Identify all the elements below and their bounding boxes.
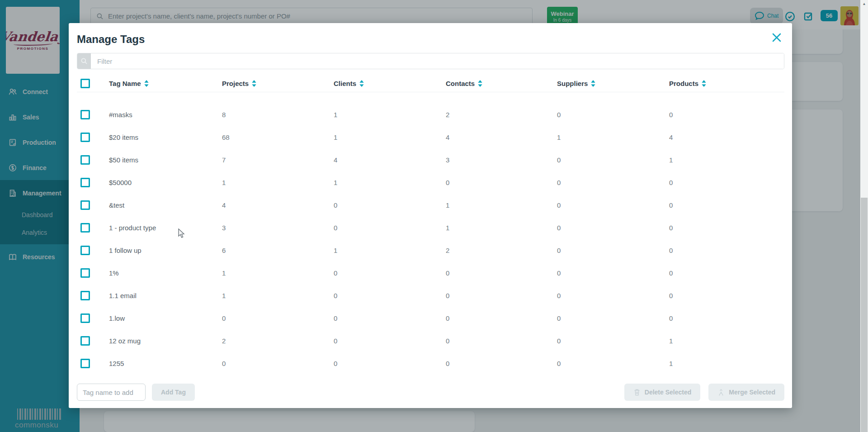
column-header[interactable]: Projects [222, 80, 334, 87]
row-checkbox[interactable] [80, 291, 90, 300]
row-checkbox[interactable] [80, 200, 90, 210]
sort-icon [702, 80, 706, 87]
projects-cell: 6 [222, 247, 334, 254]
tag-name-cell: $50 items [109, 156, 222, 164]
page-scrollbar: ▲ [860, 0, 868, 432]
tag-name-cell: 1 follow up [109, 247, 222, 254]
suppliers-cell: 0 [557, 360, 669, 367]
merge-icon [717, 389, 725, 396]
tag-row: 1255 0 0 0 0 1 [77, 352, 784, 375]
products-cell: 1 [669, 337, 784, 345]
products-cell: 0 [669, 201, 784, 209]
projects-cell: 0 [222, 314, 334, 322]
contacts-cell: 0 [446, 269, 557, 277]
row-checkbox[interactable] [80, 110, 90, 119]
column-label: Suppliers [557, 80, 588, 87]
clients-cell: 1 [334, 247, 446, 254]
table-header: Tag Name Projects Clients Contacts Suppl… [77, 75, 784, 92]
add-tag-button[interactable]: Add Tag [152, 384, 195, 401]
add-tag-label: Add Tag [161, 389, 186, 396]
sort-icon [359, 80, 364, 87]
products-cell: 1 [669, 360, 784, 367]
products-cell: 0 [669, 269, 784, 277]
tag-row: #masks 8 1 2 0 0 [77, 103, 784, 126]
add-tag-input[interactable] [77, 384, 146, 401]
clients-cell: 0 [334, 201, 446, 209]
column-header[interactable]: Contacts [446, 80, 557, 87]
products-cell: 0 [669, 314, 784, 322]
clients-cell: 1 [334, 111, 446, 119]
projects-cell: 4 [222, 201, 334, 209]
delete-selected-button[interactable]: Delete Selected [624, 384, 701, 401]
scrollbar-up-arrow[interactable]: ▲ [860, 2, 868, 6]
close-icon[interactable] [771, 32, 782, 43]
tag-row: $20 items 68 1 4 1 4 [77, 126, 784, 148]
contacts-cell: 1 [446, 224, 557, 232]
contacts-cell: 0 [446, 360, 557, 367]
column-header[interactable]: Products [669, 80, 784, 87]
merge-selected-button[interactable]: Merge Selected [708, 384, 784, 401]
projects-cell: 3 [222, 224, 334, 232]
column-header[interactable]: Tag Name [109, 80, 222, 87]
column-label: Contacts [446, 80, 475, 87]
column-header[interactable]: Suppliers [557, 80, 669, 87]
tag-row: &test 4 0 1 0 0 [77, 194, 784, 216]
sort-icon [144, 80, 149, 87]
contacts-cell: 1 [446, 201, 557, 209]
products-cell: 0 [669, 292, 784, 299]
column-label: Products [669, 80, 698, 87]
select-all-checkbox[interactable] [80, 79, 90, 88]
suppliers-cell: 0 [557, 201, 669, 209]
trash-icon [633, 389, 641, 396]
tag-row: 1.1 email 1 0 0 0 0 [77, 284, 784, 307]
row-checkbox[interactable] [80, 268, 90, 278]
clients-cell: 0 [334, 292, 446, 299]
tag-name-cell: &test [109, 201, 222, 209]
tag-name-cell: $20 items [109, 133, 222, 141]
contacts-cell: 0 [446, 179, 557, 186]
projects-cell: 2 [222, 337, 334, 345]
clients-cell: 0 [334, 224, 446, 232]
products-cell: 1 [669, 156, 784, 164]
tag-name-cell: #masks [109, 111, 222, 119]
row-checkbox[interactable] [80, 223, 90, 233]
row-checkbox[interactable] [80, 313, 90, 323]
products-cell: 4 [669, 133, 784, 141]
contacts-cell: 0 [446, 292, 557, 299]
suppliers-cell: 0 [557, 269, 669, 277]
products-cell: 0 [669, 179, 784, 186]
row-checkbox[interactable] [80, 336, 90, 346]
tag-row: 1% 1 0 0 0 0 [77, 261, 784, 284]
suppliers-cell: 0 [557, 156, 669, 164]
suppliers-cell: 0 [557, 224, 669, 232]
scrollbar-thumb[interactable] [861, 198, 868, 432]
tag-name-cell: 1.1 email [109, 292, 222, 299]
row-checkbox[interactable] [80, 155, 90, 165]
row-checkbox[interactable] [80, 178, 90, 187]
suppliers-cell: 0 [557, 337, 669, 345]
row-checkbox[interactable] [80, 359, 90, 368]
clients-cell: 1 [334, 133, 446, 141]
contacts-cell: 0 [446, 314, 557, 322]
column-header[interactable]: Clients [334, 80, 446, 87]
filter-field [77, 53, 784, 69]
row-checkbox[interactable] [80, 246, 90, 255]
projects-cell: 1 [222, 269, 334, 277]
tag-row: 1.low 0 0 0 0 0 [77, 307, 784, 329]
merge-selected-label: Merge Selected [729, 389, 775, 396]
tag-row: 1 follow up 6 1 2 0 0 [77, 239, 784, 261]
sort-icon [252, 80, 256, 87]
filter-input[interactable] [91, 53, 784, 69]
manage-tags-modal: Manage Tags Tag Name Projects Clients Co… [69, 23, 792, 408]
sort-icon [478, 80, 482, 87]
products-cell: 0 [669, 224, 784, 232]
products-cell: 0 [669, 247, 784, 254]
filter-search-icon [77, 53, 91, 69]
contacts-cell: 3 [446, 156, 557, 164]
row-checkbox[interactable] [80, 133, 90, 142]
tag-name-cell: 1.low [109, 314, 222, 322]
tag-table-body: #masks 8 1 2 0 0 $20 items 68 1 4 1 4 $5… [77, 103, 784, 375]
projects-cell: 7 [222, 156, 334, 164]
tag-name-cell: 1% [109, 269, 222, 277]
clients-cell: 0 [334, 360, 446, 367]
